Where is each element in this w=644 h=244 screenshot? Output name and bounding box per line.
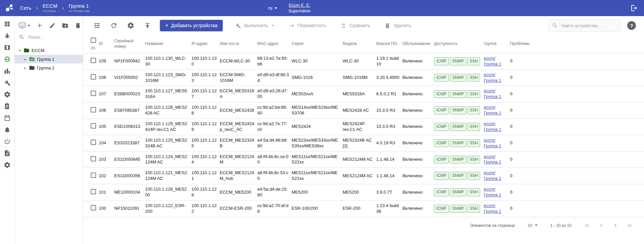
edit-group-button[interactable] — [49, 22, 56, 29]
group-link[interactable]: Группа 1 — [484, 94, 507, 100]
prev-page-button[interactable] — [598, 223, 604, 229]
add-subgroup-button[interactable] — [62, 22, 69, 29]
column-header-problems[interactable]: Проблемы — [510, 35, 644, 53]
group-link[interactable]: eccm/ — [484, 170, 507, 176]
group-link[interactable]: Группа 1 — [484, 209, 507, 214]
table-row[interactable]: 105 ESD1006313 100.110.1.129_MES2424P re… — [83, 119, 644, 135]
sidebar-item-devices[interactable] — [3, 67, 11, 75]
row-checkbox[interactable] — [91, 74, 96, 80]
column-header-model[interactable]: Модель — [343, 35, 376, 53]
sidebar-item-settings[interactable] — [3, 161, 11, 168]
table-settings-button[interactable] — [127, 22, 134, 29]
row-checkbox[interactable] — [91, 173, 96, 178]
group-link[interactable]: eccm/ — [484, 187, 507, 192]
group-link[interactable]: Группа 1 — [484, 110, 507, 116]
row-checkbox[interactable] — [91, 123, 96, 129]
column-header-series[interactable]: Серия — [292, 35, 343, 53]
sidebar-item-map[interactable] — [3, 44, 11, 51]
sidebar-item-firmware[interactable] — [3, 91, 11, 98]
row-checkbox[interactable] — [91, 189, 96, 194]
device-search-input[interactable] — [561, 23, 617, 29]
tree-expander-icon[interactable]: ▸ — [24, 57, 27, 61]
sidebar-item-network[interactable] — [3, 55, 11, 63]
column-header-maintenance[interactable]: Обслуживание — [402, 35, 434, 53]
add-devices-button[interactable]: + Добавить устройства — [160, 20, 223, 31]
select-all-checkbox[interactable] — [91, 38, 96, 43]
sidebar-item-dashboard[interactable] — [3, 20, 11, 28]
upload-button[interactable] — [144, 22, 151, 29]
row-checkbox[interactable] — [91, 140, 96, 145]
add-group-button[interactable] — [36, 22, 43, 29]
delete-devices-button[interactable]: Удалить — [382, 22, 413, 29]
group-link[interactable]: Группа 1 — [484, 61, 507, 67]
table-row[interactable]: 101 ME10000104 100.110.1.128_ME5200 100.… — [83, 184, 644, 201]
delete-group-button[interactable] — [75, 22, 81, 29]
filter-button[interactable] — [93, 22, 101, 29]
group-link[interactable]: Группа 1 — [484, 159, 507, 165]
tree-expander-icon[interactable]: ▾ — [18, 49, 22, 52]
group-link[interactable]: Группа 1 — [484, 78, 507, 84]
group-link[interactable]: eccm/ — [484, 72, 507, 78]
execute-button[interactable]: Выполнить — [233, 22, 276, 29]
sidebar-item-schedule[interactable] — [3, 114, 11, 121]
group-link[interactable]: eccm/ — [484, 88, 507, 94]
group-link[interactable]: Группа 1 — [484, 176, 507, 182]
row-checkbox[interactable] — [91, 58, 96, 63]
column-header-name[interactable]: Название — [145, 35, 191, 53]
group-link[interactable]: Группа 1 — [484, 143, 507, 149]
row-checkbox[interactable] — [91, 156, 96, 161]
group-link[interactable]: eccm/ — [484, 138, 507, 143]
group-link[interactable]: eccm/ — [484, 105, 507, 110]
column-header-serial[interactable]: Серийный номер — [114, 35, 145, 53]
column-header-id[interactable]: ID — [99, 35, 114, 53]
user-name-link[interactable]: Eccm E. E. — [289, 3, 310, 8]
column-header-mac[interactable]: MAC-адрес — [257, 35, 292, 53]
sidebar-item-events[interactable] — [3, 32, 11, 39]
table-row[interactable]: 106 ES87085387 100.110.1.126_MES2428 AC … — [83, 102, 644, 119]
move-button[interactable]: Переместить — [286, 22, 328, 29]
table-row[interactable]: 104 ES32023387 100.110.1.125_MES2324B AC… — [83, 135, 644, 151]
logout-button[interactable] — [630, 4, 638, 12]
table-row[interactable]: 100 NP15011091 100.110.1.122_ESR-200 100… — [83, 200, 644, 217]
column-header-availability[interactable]: Доступность — [434, 35, 484, 53]
table-row[interactable]: 109 NP1F000942 100.110.1.130_WLC-30 100.… — [83, 53, 644, 69]
tree-search-input[interactable] — [27, 34, 79, 40]
page-size-select[interactable]: 10 — [528, 223, 538, 228]
row-checkbox[interactable] — [91, 205, 96, 210]
sidebar-item-tasks[interactable] — [3, 102, 11, 110]
next-page-button[interactable] — [612, 223, 618, 229]
tree-item-eccm[interactable]: ▾ ECCM — [15, 46, 83, 55]
table-row[interactable]: 103 ES1D000845 100.110.1.124_MES2124M AC… — [83, 151, 644, 168]
column-header-host[interactable]: Имя хоста — [220, 35, 257, 53]
tree-expander-icon[interactable]: ▸ — [24, 66, 27, 70]
breadcrumb-item-eccm[interactable]: ECCM ГРУППЫ — [43, 3, 57, 13]
column-header-fw[interactable]: Версия ПО — [376, 35, 402, 53]
sidebar-item-tools[interactable] — [3, 79, 11, 86]
compare-button[interactable]: Сравнить — [338, 22, 372, 29]
group-link[interactable]: eccm/ — [484, 203, 507, 209]
column-header-group[interactable]: Группа — [484, 35, 510, 53]
help-button[interactable]: ? — [627, 21, 636, 30]
refresh-interval-select[interactable]: 1m — [18, 21, 30, 30]
group-link[interactable]: eccm/ — [484, 154, 507, 160]
group-link[interactable]: eccm/ — [484, 56, 507, 61]
sidebar-item-availability[interactable] — [3, 138, 11, 145]
sidebar-item-logs[interactable] — [3, 149, 11, 157]
group-link[interactable]: Группа 1 — [484, 127, 507, 133]
breadcrumb-item-group1[interactable]: Группа 1 УСТРОЙСТВА — [69, 3, 90, 13]
group-link[interactable]: eccm/ — [484, 121, 507, 127]
table-row[interactable]: 107 ES8B000023 100.110.1.127_MES5316A 10… — [83, 86, 644, 102]
first-page-button[interactable] — [584, 223, 590, 229]
language-select[interactable]: ru — [268, 5, 277, 11]
column-header-ip[interactable]: IP-адрес — [191, 35, 220, 53]
row-checkbox[interactable] — [91, 107, 96, 112]
row-checkbox[interactable] — [91, 91, 96, 96]
tree-item-group1[interactable]: ▸ Группа 1 — [15, 55, 83, 63]
tree-item-group2[interactable]: ▸ Группа 2 — [15, 63, 83, 72]
table-row[interactable]: 108 VI1F005002 100.110.1.123_SMG-1016M 1… — [83, 69, 644, 86]
refresh-button[interactable] — [110, 22, 118, 29]
breadcrumb-item-network[interactable]: Сеть — [20, 5, 31, 11]
sidebar-item-notifications[interactable] — [3, 126, 11, 133]
last-page-button[interactable] — [627, 223, 633, 229]
table-row[interactable]: 102 ES1D000356 100.110.1.121_MES2124M AC… — [83, 168, 644, 184]
